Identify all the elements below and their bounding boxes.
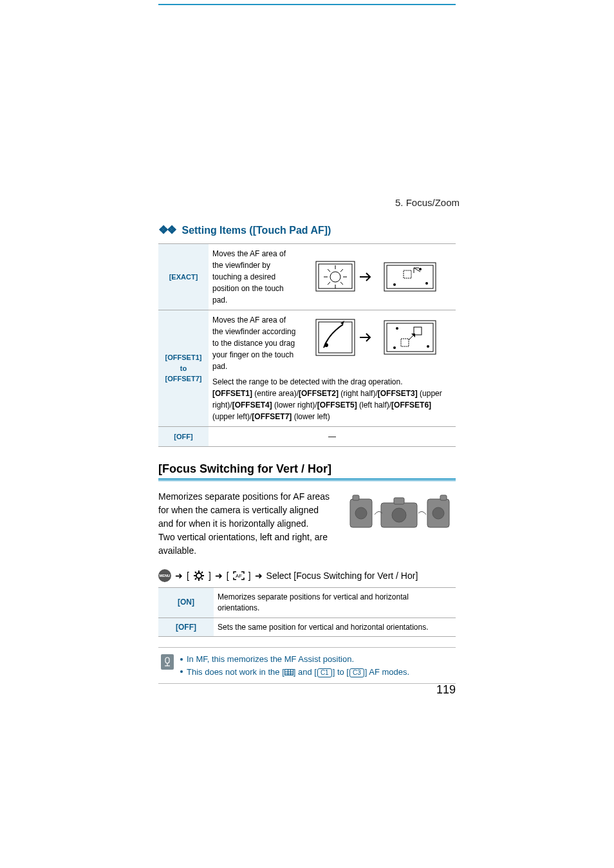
offset1-label: [OFFSET1] bbox=[212, 389, 252, 398]
offset4-label: [OFFSET4] bbox=[232, 401, 272, 410]
bracket-close-2: ] bbox=[248, 571, 251, 581]
svg-point-14 bbox=[393, 283, 396, 286]
chapter-label: 5. Focus/Zoom bbox=[395, 197, 460, 208]
info-note-icon bbox=[161, 654, 174, 670]
camera-orientations-icon bbox=[346, 490, 456, 535]
camera-orientation-illustration bbox=[346, 490, 456, 539]
subsection-intro: Memorizes separate positions for AF area… bbox=[158, 490, 456, 558]
page-content: ❖❖ Setting Items ([Touch Pad AF]) [EXACT… bbox=[158, 223, 456, 684]
svg-point-15 bbox=[419, 268, 422, 270]
svg-line-10 bbox=[340, 282, 343, 285]
arrow-icon: ➜ bbox=[215, 571, 223, 581]
section-title-touch-pad-af: ❖❖ Setting Items ([Touch Pad AF]) bbox=[158, 223, 456, 237]
svg-line-9 bbox=[328, 282, 330, 285]
svg-rect-37 bbox=[440, 495, 447, 500]
note-line-2b: ] and [ bbox=[293, 667, 317, 677]
menu-set-icon: MENU bbox=[158, 569, 171, 582]
svg-rect-31 bbox=[353, 495, 359, 500]
svg-text:AF: AF bbox=[236, 573, 242, 579]
gear-icon bbox=[193, 571, 205, 581]
c3-mode-icon: C3 bbox=[349, 668, 364, 677]
bracket-close-1: ] bbox=[209, 571, 211, 581]
offset3-label: [OFFSET3] bbox=[378, 389, 418, 398]
svg-line-44 bbox=[201, 578, 203, 580]
svg-rect-17 bbox=[316, 319, 355, 355]
row-body-offset: Moves the AF area of the viewfinder acco… bbox=[209, 310, 456, 427]
c1-mode-icon: C1 bbox=[317, 668, 332, 677]
menu-path-tail: Select [Focus Switching for Vert / Hor] bbox=[266, 571, 418, 581]
intro-para-2: Two vertical orientations, left and righ… bbox=[158, 531, 336, 558]
menu-navigation-path: MENU ➜ [ ] ➜ [ AF ] ➜ Select [Focus Swit… bbox=[158, 569, 456, 582]
note-line-2a: This does not work in the [ bbox=[187, 667, 284, 677]
page-number: 119 bbox=[436, 683, 456, 697]
svg-point-33 bbox=[392, 508, 406, 522]
offset-range-list: [OFFSET1] (entire area)/[OFFSET2] (right… bbox=[212, 388, 452, 422]
row-desc-offset: Moves the AF area of the viewfinder acco… bbox=[212, 314, 302, 372]
svg-rect-11 bbox=[384, 263, 436, 291]
svg-point-28 bbox=[427, 345, 429, 348]
offset-range-intro: Select the range to be detected with the… bbox=[212, 376, 452, 388]
intro-para-1: Memorizes separate positions for AF area… bbox=[158, 490, 336, 531]
intro-text: Memorizes separate positions for AF area… bbox=[158, 490, 336, 558]
row-desc-exact: Moves the AF area of the viewfinder by t… bbox=[209, 244, 299, 310]
on-desc: Memorizes separate positions for vertica… bbox=[214, 588, 456, 618]
svg-point-20 bbox=[324, 343, 328, 347]
table-row-exact: [EXACT] Moves the AF area of the viewfin… bbox=[158, 244, 456, 310]
bracket-open-1: [ bbox=[187, 571, 189, 581]
on-off-table: [ON] Memorizes separate positions for ve… bbox=[158, 587, 456, 637]
touch-pad-af-table: [EXACT] Moves the AF area of the viewfin… bbox=[158, 243, 456, 447]
svg-point-30 bbox=[355, 507, 367, 519]
page-header: 5. Focus/Zoom bbox=[0, 197, 614, 208]
row-label-offset: [OFFSET1] to [OFFSET7] bbox=[158, 310, 209, 427]
svg-point-36 bbox=[433, 507, 444, 519]
note-line-2c: ] to [ bbox=[333, 667, 349, 677]
svg-point-16 bbox=[425, 282, 428, 285]
header-rule bbox=[158, 4, 456, 5]
svg-marker-19 bbox=[340, 321, 344, 325]
svg-line-45 bbox=[195, 578, 196, 580]
subsection-rule bbox=[158, 478, 456, 481]
diamond-bullet-icon: ❖❖ bbox=[158, 223, 175, 236]
svg-point-27 bbox=[396, 327, 398, 330]
table-row-on: [ON] Memorizes separate positions for ve… bbox=[158, 588, 456, 618]
svg-line-8 bbox=[340, 269, 343, 272]
touch-offset-diagram-icon bbox=[315, 314, 439, 361]
touch-exact-diagram-icon bbox=[315, 258, 439, 296]
svg-line-46 bbox=[201, 572, 203, 573]
offset5-label: [OFFSET5] bbox=[317, 401, 357, 410]
svg-rect-13 bbox=[404, 270, 411, 278]
arrow-icon: ➜ bbox=[175, 571, 183, 581]
note-box: In MF, this memorizes the MF Assist posi… bbox=[158, 647, 456, 684]
svg-line-7 bbox=[328, 269, 330, 272]
off-desc: Sets the same position for vertical and … bbox=[214, 618, 456, 637]
row-label-exact: [EXACT] bbox=[158, 244, 209, 310]
bullet-icon bbox=[180, 670, 183, 673]
offset-range-block: Select the range to be detected with the… bbox=[209, 376, 456, 426]
row-desc-off: — bbox=[209, 427, 456, 447]
arrow-icon: ➜ bbox=[255, 571, 263, 581]
svg-point-26 bbox=[393, 346, 396, 349]
svg-line-43 bbox=[195, 572, 196, 573]
note-line-2d: ] AF modes. bbox=[365, 667, 409, 677]
svg-rect-48 bbox=[165, 657, 169, 663]
off-label: [OFF] bbox=[158, 618, 214, 637]
table-row-off: [OFF] Sets the same position for vertica… bbox=[158, 618, 456, 637]
bracket-open-2: [ bbox=[227, 571, 229, 581]
svg-point-2 bbox=[330, 272, 340, 282]
bullet-icon bbox=[180, 658, 183, 661]
subsection-title: [Focus Switching for Vert / Hor] bbox=[158, 462, 456, 478]
focus-switching-section: [Focus Switching for Vert / Hor] Memoriz… bbox=[158, 462, 456, 684]
multi-area-af-icon bbox=[284, 669, 293, 675]
svg-rect-18 bbox=[319, 322, 352, 353]
section-title-text: Setting Items ([Touch Pad AF]) bbox=[181, 225, 331, 236]
row-illustration-exact bbox=[299, 244, 456, 310]
row-illustration-offset bbox=[302, 314, 452, 372]
on-label: [ON] bbox=[158, 588, 214, 618]
note-text: In MF, this memorizes the MF Assist posi… bbox=[180, 653, 409, 678]
offset7-label: [OFFSET7] bbox=[252, 412, 292, 421]
svg-rect-23 bbox=[401, 339, 409, 346]
offset2-label: [OFFSET2] bbox=[299, 389, 339, 398]
svg-rect-34 bbox=[394, 498, 404, 504]
af-frame-icon: AF bbox=[233, 571, 245, 581]
svg-rect-21 bbox=[384, 321, 436, 354]
